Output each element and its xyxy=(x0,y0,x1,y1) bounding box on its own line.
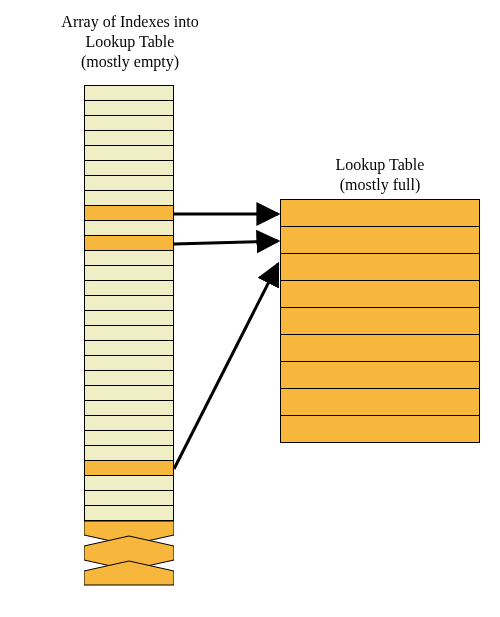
index-cell xyxy=(84,175,174,191)
index-cell xyxy=(84,400,174,416)
index-array-title: Array of Indexes into Lookup Table (most… xyxy=(10,12,250,72)
lookup-row xyxy=(280,253,480,281)
lookup-row xyxy=(280,226,480,254)
arrow-icon xyxy=(174,264,278,469)
index-cell xyxy=(84,130,174,146)
index-cell xyxy=(84,265,174,281)
lookup-row xyxy=(280,415,480,443)
index-cell xyxy=(84,220,174,236)
lookup-row xyxy=(280,307,480,335)
index-cell xyxy=(84,355,174,371)
lookup-row xyxy=(280,280,480,308)
index-cell xyxy=(84,415,174,431)
index-array xyxy=(84,86,174,521)
index-cell xyxy=(84,100,174,116)
index-cell xyxy=(84,505,174,521)
index-cell xyxy=(84,145,174,161)
index-cell xyxy=(84,325,174,341)
svg-marker-2 xyxy=(84,561,174,585)
index-cell xyxy=(84,370,174,386)
arrow-icon xyxy=(174,241,278,244)
jagged-break-icon xyxy=(84,521,174,591)
index-cell xyxy=(84,340,174,356)
index-cell xyxy=(84,490,174,506)
index-cell-filled xyxy=(84,235,174,251)
lookup-table xyxy=(280,200,480,443)
index-cell xyxy=(84,445,174,461)
index-cell xyxy=(84,250,174,266)
index-cell xyxy=(84,295,174,311)
index-cell xyxy=(84,385,174,401)
index-cell-filled xyxy=(84,460,174,476)
index-cell xyxy=(84,85,174,101)
lookup-row xyxy=(280,388,480,416)
index-cell xyxy=(84,310,174,326)
index-cell xyxy=(84,280,174,296)
index-cell xyxy=(84,160,174,176)
lookup-row xyxy=(280,199,480,227)
lookup-table-title: Lookup Table (mostly full) xyxy=(280,155,480,195)
index-cell xyxy=(84,115,174,131)
index-cell xyxy=(84,475,174,491)
index-cell-filled xyxy=(84,205,174,221)
lookup-row xyxy=(280,361,480,389)
lookup-row xyxy=(280,334,480,362)
index-cell xyxy=(84,190,174,206)
index-cell xyxy=(84,430,174,446)
